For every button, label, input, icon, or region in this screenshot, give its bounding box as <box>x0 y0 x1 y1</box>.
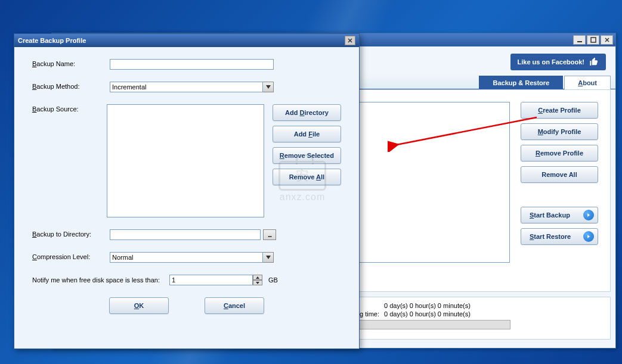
notify-label: Notify me when free disk space is less t… <box>32 276 169 284</box>
svg-rect-0 <box>577 41 582 42</box>
remove-selected-button[interactable]: Remove Selected <box>273 147 341 164</box>
facebook-label: Like us on Facebook! <box>518 58 584 66</box>
status-value-1: 0 day(s) 0 hour(s) 0 minute(s) <box>384 302 471 309</box>
notify-value-input[interactable] <box>169 275 253 285</box>
dialog-footer: OK Cancel <box>32 297 341 314</box>
dialog-body: Backup Name: Backup Method: Backup Sourc… <box>14 47 359 326</box>
backup-name-input[interactable] <box>110 59 274 70</box>
add-directory-button[interactable]: Add Directory <box>273 104 341 121</box>
minimize-button[interactable] <box>573 35 586 45</box>
browse-button[interactable]: ... <box>263 229 276 240</box>
remove-all-source-button[interactable]: Remove All <box>273 169 341 185</box>
ok-button[interactable]: OK <box>109 297 169 314</box>
start-restore-button[interactable]: Start Restore <box>521 228 598 245</box>
start-backup-button[interactable]: Start Backup <box>521 207 598 223</box>
source-button-panel: Add Directory Add File Remove Selected R… <box>273 104 341 185</box>
backup-to-dir-label: Backup to Directory: <box>32 229 110 238</box>
gb-label: GB <box>268 276 278 284</box>
backup-source-list[interactable] <box>107 104 264 217</box>
create-profile-button[interactable]: Create Profile <box>521 102 598 119</box>
backup-method-label: Backup Method: <box>32 82 110 90</box>
side-button-panel: Create Profile Modify Profile Remove Pro… <box>521 102 598 279</box>
arrow-right-icon <box>583 231 594 242</box>
compression-level-value[interactable] <box>110 252 263 263</box>
remove-all-button[interactable]: Remove All <box>521 166 598 183</box>
chevron-down-icon[interactable] <box>263 82 274 92</box>
svg-rect-1 <box>591 38 596 42</box>
backup-source-label: Backup Source: <box>32 104 107 113</box>
spinner-up-button[interactable] <box>253 275 262 280</box>
backup-name-label: Backup Name: <box>32 59 110 67</box>
dialog-close-button[interactable] <box>345 36 355 45</box>
facebook-button[interactable]: Like us on Facebook! <box>510 54 606 70</box>
modify-profile-button[interactable]: Modify Profile <box>521 123 598 140</box>
backup-method-value[interactable] <box>110 82 263 92</box>
backup-to-dir-input[interactable] <box>110 229 261 240</box>
compression-level-combo[interactable] <box>110 252 274 263</box>
dialog-titlebar: Create Backup Profile <box>14 34 359 47</box>
cancel-button[interactable]: Cancel <box>205 297 264 314</box>
notify-spinner[interactable] <box>169 275 262 285</box>
arrow-right-icon <box>583 210 594 220</box>
chevron-down-icon[interactable] <box>263 252 274 263</box>
backup-method-combo[interactable] <box>110 82 274 92</box>
create-backup-profile-dialog: Create Backup Profile Backup Name: Backu… <box>14 33 360 349</box>
spinner-down-button[interactable] <box>253 280 262 285</box>
maximize-button[interactable] <box>587 35 599 45</box>
status-value-2: 0 day(s) 0 hour(s) 0 minute(s) <box>384 310 471 318</box>
thumbs-up-icon <box>589 57 599 67</box>
dialog-title: Create Backup Profile <box>18 37 86 44</box>
compression-level-label: Compression Level: <box>32 252 110 260</box>
close-button[interactable] <box>601 35 613 45</box>
add-file-button[interactable]: Add File <box>273 126 341 142</box>
remove-profile-button[interactable]: Remove Profile <box>521 145 598 161</box>
tab-about[interactable]: About <box>564 76 611 89</box>
tab-backup-restore[interactable]: Backup & Restore <box>479 76 563 89</box>
